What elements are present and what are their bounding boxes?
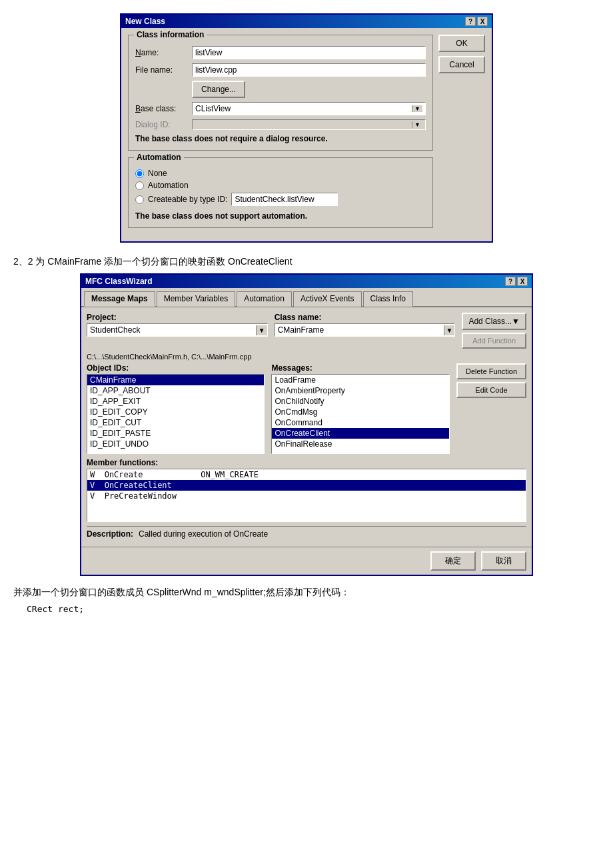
list-item[interactable]: ID_APP_EXIT (87, 396, 264, 407)
radio-createable-row: Createable by type ID: (135, 193, 426, 206)
section-text: 2、2 为 CMainFrame 添加一个切分窗口的映射函数 OnCreateC… (13, 256, 600, 268)
messages-label: Messages: (271, 363, 449, 373)
object-ids-col: Object IDs: CMainFrame ID_APP_ABOUT ID_A… (87, 363, 265, 454)
base-class-row: Base class: CListView ▼ (135, 102, 426, 115)
file-name-input[interactable] (192, 63, 426, 77)
list-item[interactable]: OnCmdMsg (272, 407, 448, 417)
name-input[interactable] (192, 46, 426, 59)
object-ids-label: Object IDs: (87, 363, 265, 373)
mfc-close-button[interactable]: X (517, 277, 528, 286)
base-class-select[interactable]: CListView ▼ (192, 102, 426, 115)
list-item[interactable]: OnCreateClient (272, 428, 448, 439)
dialog-id-row: Dialog ID: ▼ (135, 119, 426, 130)
description-row: Description: Called during execution of … (87, 526, 526, 541)
radio-automation[interactable] (135, 181, 144, 190)
base-class-arrow: ▼ (412, 105, 422, 112)
list-item[interactable]: LoadFrame (272, 375, 448, 385)
edit-code-button[interactable]: Edit Code (456, 382, 526, 398)
radio-automation-label: Automation (148, 181, 189, 190)
dialog-id-select[interactable]: ▼ (192, 119, 426, 130)
radio-none-label: None (148, 169, 167, 178)
delete-function-button[interactable]: Delete Function (456, 363, 526, 379)
close-button[interactable]: X (477, 17, 488, 26)
new-class-titlebar: New Class ? X (121, 15, 492, 28)
tab-message-maps[interactable]: Message Maps (84, 291, 155, 307)
dialog-main: Class information Name: File name: Chang… (128, 35, 433, 235)
titlebar-buttons: ? X (465, 17, 488, 26)
list-item[interactable]: CMainFrame (87, 375, 264, 385)
member-functions-list[interactable]: W OnCreate ON_WM_CREATE V OnCreateClient… (87, 469, 526, 522)
base-class-info: The base class does not require a dialog… (135, 134, 426, 143)
type-id-input[interactable] (231, 193, 338, 206)
mfc-cancel-button[interactable]: 取消 (481, 551, 526, 571)
dialog-footer: 确定 取消 (81, 547, 532, 575)
description-value: Called during execution of OnCreate (139, 529, 268, 539)
name-row: Name: (135, 46, 426, 59)
list-item[interactable]: OnAmbientProperty (272, 385, 448, 396)
ok-button[interactable]: OK (438, 35, 485, 52)
lists-cols: Object IDs: CMainFrame ID_APP_ABOUT ID_A… (87, 363, 450, 454)
dialog-id-arrow: ▼ (412, 121, 422, 128)
new-class-title: New Class (125, 17, 165, 26)
member-functions-label: Member functions: (87, 458, 526, 467)
mfc-help-button[interactable]: ? (505, 277, 516, 286)
file-name-row: File name: (135, 63, 426, 77)
cancel-button[interactable]: Cancel (438, 56, 485, 73)
tab-activex-events[interactable]: ActiveX Events (293, 291, 362, 307)
list-item[interactable]: ID_EDIT_CUT (87, 417, 264, 428)
list-item[interactable]: ID_EDIT_COPY (87, 407, 264, 417)
name-label: Name: (135, 48, 192, 57)
class-name-dropdown-arrow[interactable]: ▼ (444, 325, 455, 335)
right-buttons-2: Delete Function Edit Code (456, 363, 526, 454)
mfc-ok-button[interactable]: 确定 (430, 551, 476, 571)
mfc-classwizard-dialog: MFC ClassWizard ? X Message Maps Member … (80, 273, 533, 576)
dialog-buttons: OK Cancel (438, 35, 485, 235)
mfc-titlebar: MFC ClassWizard ? X (81, 275, 532, 288)
tab-member-variables[interactable]: Member Variables (157, 291, 235, 307)
dialog-body: Class information Name: File name: Chang… (121, 28, 492, 241)
list-item[interactable]: ID_EDIT_PASTE (87, 428, 264, 439)
description-label: Description: (87, 529, 133, 539)
dialog-id-label: Dialog ID: (135, 120, 192, 129)
tabs-bar: Message Maps Member Variables Automation… (81, 288, 532, 307)
base-class-value: CListView (195, 104, 231, 113)
list-item[interactable]: OnCommand (272, 417, 448, 428)
member-item[interactable]: V OnCreateClient (87, 480, 526, 491)
member-item[interactable]: V PreCreateWindow (87, 491, 526, 501)
lists-area: Object IDs: CMainFrame ID_APP_ABOUT ID_A… (87, 363, 526, 454)
change-button[interactable]: Change... (192, 81, 245, 98)
mfc-titlebar-buttons: ? X (505, 277, 528, 286)
tab-class-info[interactable]: Class Info (363, 291, 413, 307)
right-buttons: Add Class... ▼ Add Function (462, 313, 526, 349)
radio-createable-label: Createable by type ID: (148, 195, 227, 204)
class-name-label: Class name: (275, 313, 456, 322)
class-name-input[interactable] (275, 324, 444, 336)
help-button[interactable]: ? (465, 17, 476, 26)
automation-title: Automation (134, 153, 184, 162)
list-item[interactable]: ID_APP_ABOUT (87, 385, 264, 396)
add-class-button[interactable]: Add Class... ▼ (462, 313, 526, 330)
file-name-label: File name: (135, 65, 192, 75)
base-class-label: Base class: (135, 104, 192, 113)
automation-group: Automation None Automation Createable by… (128, 157, 433, 228)
radio-auto-row: Automation (135, 181, 426, 190)
add-class-arrow: ▼ (512, 317, 520, 326)
list-item[interactable]: OnChildNotify (272, 396, 448, 407)
object-ids-list[interactable]: CMainFrame ID_APP_ABOUT ID_APP_EXIT ID_E… (87, 374, 265, 454)
add-function-button[interactable]: Add Function (462, 333, 526, 349)
class-info-title: Class information (134, 30, 207, 39)
member-functions-section: Member functions: W OnCreate ON_WM_CREAT… (87, 458, 526, 522)
member-item[interactable]: W OnCreate ON_WM_CREATE (87, 469, 526, 480)
tab-automation[interactable]: Automation (237, 291, 292, 307)
list-item[interactable]: ID_EDIT_UNDO (87, 439, 264, 449)
code-line: CRect rect; (27, 604, 600, 614)
messages-list[interactable]: LoadFrame OnAmbientProperty OnChildNotif… (271, 374, 449, 454)
list-item[interactable]: OnFinalRelease (272, 439, 448, 449)
project-dropdown-arrow[interactable]: ▼ (256, 325, 267, 335)
project-input[interactable] (87, 324, 256, 336)
class-info-group: Class information Name: File name: Chang… (128, 35, 433, 151)
radio-none[interactable] (135, 169, 144, 178)
mfc-title: MFC ClassWizard (85, 277, 153, 286)
radio-createable[interactable] (135, 195, 144, 204)
project-label: Project: (87, 313, 268, 322)
